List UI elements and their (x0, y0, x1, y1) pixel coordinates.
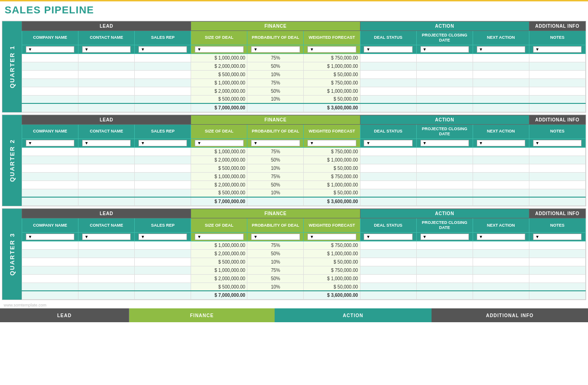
group-header-action: ACTION (360, 209, 529, 218)
table-row: $ 1,000,000.0075%$ 750,000.00 (22, 78, 586, 87)
col-header-col-contact: CONTACT NAME (78, 125, 135, 139)
cell-deal-status (360, 283, 416, 291)
cell-size-of-deal: $ 1,000,000.00 (191, 241, 247, 249)
dropdown-btn-col-projclose[interactable]: ▼ (420, 140, 469, 146)
dropdown-btn-col-notes[interactable]: ▼ (533, 234, 582, 240)
cell-contact (78, 172, 135, 180)
group-header-action: ACTION (360, 22, 529, 31)
col-header-col-contact: CONTACT NAME (78, 31, 135, 45)
total-prob-empty (247, 103, 304, 112)
dropdown-btn-col-dealstatus[interactable]: ▼ (364, 234, 412, 240)
dropdown-btn-col-nextaction[interactable]: ▼ (477, 46, 525, 53)
dropdown-btn-col-projclose[interactable]: ▼ (420, 234, 469, 240)
cell-company (22, 70, 78, 78)
col-header-col-dealstatus: DEAL STATUS (360, 218, 416, 233)
dropdown-btn-col-contact[interactable]: ▼ (82, 140, 131, 146)
table-row: $ 500,000.0010%$ 50,000.00 (22, 189, 586, 197)
dropdown-btn-col-dealstatus[interactable]: ▼ (364, 140, 412, 146)
cell-contact (78, 78, 135, 87)
cell-projected-closing-date (416, 164, 473, 172)
dropdown-btn-col-contact[interactable]: ▼ (82, 234, 131, 240)
group-header-finance: FINANCE (191, 209, 360, 218)
cell-next-action (473, 172, 529, 180)
cell-notes (529, 189, 585, 197)
col-header-col-sizedeal: SIZE OF DEAL (191, 125, 247, 139)
dropdown-btn-col-weighted[interactable]: ▼ (307, 46, 356, 53)
dropdown-btn-col-notes[interactable]: ▼ (533, 140, 582, 146)
cell-deal-status (360, 189, 416, 197)
quarters-container: QUARTER 1LEADFINANCEACTIONADDITIONAL INF… (0, 21, 588, 300)
total-empty-cell (416, 197, 473, 206)
bottom-finance: FINANCE (129, 308, 275, 322)
cell-notes (529, 156, 585, 164)
dropdown-btn-col-dealstatus[interactable]: ▼ (364, 46, 412, 53)
total-empty-cell (78, 103, 135, 112)
total-row: $ 7,000,000.00$ 3,600,000.00 (22, 291, 586, 300)
dropdown-btn-col-sizedeal[interactable]: ▼ (195, 140, 243, 146)
dropdown-btn-col-company[interactable]: ▼ (26, 140, 74, 146)
cell-contact (78, 266, 135, 274)
cell-notes (529, 164, 585, 172)
cell-company (22, 78, 78, 87)
cell-contact (78, 249, 135, 258)
dropdown-btn-col-salesrep[interactable]: ▼ (138, 46, 187, 53)
total-size: $ 7,000,000.00 (191, 197, 247, 206)
total-row: $ 7,000,000.00$ 3,600,000.00 (22, 103, 586, 112)
col-header-col-salesrep: SALES REP (135, 218, 191, 233)
cell-projected-closing-date (416, 70, 473, 78)
dropdown-btn-col-projclose[interactable]: ▼ (420, 46, 469, 53)
cell-salesrep (135, 147, 191, 156)
cell-company (22, 95, 78, 103)
cell-next-action (473, 180, 529, 189)
cell-company (22, 283, 78, 291)
cell-contact (78, 164, 135, 172)
quarter-section-q1: QUARTER 1LEADFINANCEACTIONADDITIONAL INF… (2, 21, 586, 113)
dropdown-btn-col-salesrep[interactable]: ▼ (138, 140, 187, 146)
cell-notes (529, 283, 585, 291)
cell-company (22, 241, 78, 249)
cell-contact (78, 241, 135, 249)
cell-probability: 50% (247, 249, 304, 258)
cell-deal-status (360, 54, 416, 62)
cell-company (22, 54, 78, 62)
cell-deal-status (360, 147, 416, 156)
cell-deal-status (360, 164, 416, 172)
cell-notes (529, 87, 585, 95)
dropdown-btn-col-sizedeal[interactable]: ▼ (195, 46, 243, 53)
cell-weighted-forecast: $ 750,000.00 (304, 266, 360, 274)
cell-next-action (473, 62, 529, 70)
cell-projected-closing-date (416, 283, 473, 291)
col-header-col-nextaction: NEXT ACTION (473, 125, 529, 139)
dropdown-btn-col-weighted[interactable]: ▼ (307, 140, 356, 146)
dropdown-btn-col-prob[interactable]: ▼ (251, 140, 300, 146)
dropdown-btn-col-weighted[interactable]: ▼ (307, 234, 356, 240)
group-header-lead: LEAD (22, 115, 191, 125)
col-header-col-sizedeal: SIZE OF DEAL (191, 31, 247, 45)
dropdown-btn-col-contact[interactable]: ▼ (82, 46, 131, 53)
dropdown-btn-col-prob[interactable]: ▼ (251, 46, 300, 53)
dropdown-btn-col-company[interactable]: ▼ (26, 46, 74, 53)
col-header-col-projclose: PROJECTED CLOSING DATE (416, 125, 473, 139)
col-header-col-sizedeal: SIZE OF DEAL (191, 218, 247, 233)
dropdown-btn-col-nextaction[interactable]: ▼ (477, 140, 525, 146)
table-row: $ 1,000,000.0075%$ 750,000.00 (22, 266, 586, 274)
cell-size-of-deal: $ 2,000,000.00 (191, 62, 247, 70)
quarter-label-q3: QUARTER 3 (2, 209, 22, 300)
cell-size-of-deal: $ 1,000,000.00 (191, 172, 247, 180)
cell-deal-status (360, 274, 416, 283)
dropdown-btn-col-notes[interactable]: ▼ (533, 46, 582, 53)
total-empty-cell (473, 291, 529, 300)
dropdown-btn-col-company[interactable]: ▼ (26, 234, 74, 240)
cell-probability: 10% (247, 258, 304, 266)
total-prob-empty (247, 291, 304, 300)
dropdown-btn-col-nextaction[interactable]: ▼ (477, 234, 525, 240)
col-header-col-nextaction: NEXT ACTION (473, 31, 529, 45)
cell-deal-status (360, 249, 416, 258)
dropdown-btn-col-prob[interactable]: ▼ (251, 234, 300, 240)
dropdown-btn-col-sizedeal[interactable]: ▼ (195, 234, 243, 240)
cell-probability: 50% (247, 62, 304, 70)
cell-probability: 75% (247, 78, 304, 87)
dropdown-btn-col-salesrep[interactable]: ▼ (138, 234, 187, 240)
cell-salesrep (135, 78, 191, 87)
table-row: $ 500,000.0010%$ 50,000.00 (22, 283, 586, 291)
